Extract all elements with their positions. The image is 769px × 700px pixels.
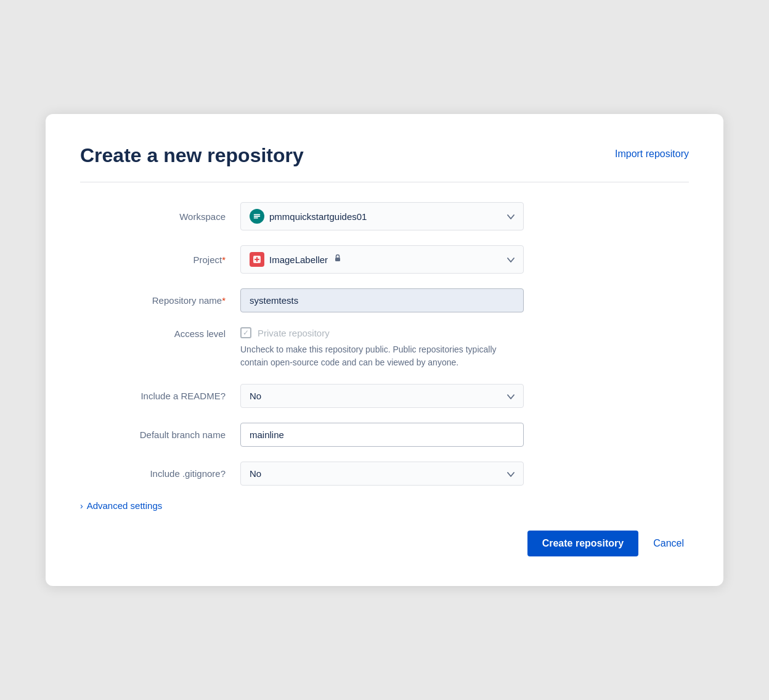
advanced-settings-section[interactable]: › Advanced settings <box>80 500 689 511</box>
workspace-select[interactable]: pmmquickstartguides01 <box>240 202 524 230</box>
advanced-settings-label: Advanced settings <box>87 500 163 511</box>
lock-icon <box>333 253 343 266</box>
create-repository-dialog: Create a new repository Import repositor… <box>46 114 723 586</box>
repo-name-required-mark: * <box>222 295 226 306</box>
svg-rect-2 <box>254 218 258 219</box>
private-repo-label: Private repository <box>258 328 330 338</box>
form-actions: Create repository Cancel <box>80 531 689 556</box>
gitignore-row: Include .gitignore? No <box>80 462 689 486</box>
project-avatar <box>250 252 264 267</box>
project-name: ImageLabeller <box>269 254 328 265</box>
project-select-inner: ImageLabeller <box>250 252 498 267</box>
access-level-label: Access level <box>80 327 240 339</box>
private-repo-row: ✓ Private repository <box>240 327 524 338</box>
project-required-mark: * <box>222 254 226 265</box>
workspace-chevron-icon <box>507 211 515 222</box>
checkmark-icon: ✓ <box>243 328 249 337</box>
workspace-value: pmmquickstartguides01 <box>269 211 498 222</box>
workspace-avatar <box>250 209 264 224</box>
branch-name-row: Default branch name <box>80 423 689 447</box>
branch-name-label: Default branch name <box>80 428 240 441</box>
gitignore-select[interactable]: No <box>240 462 524 486</box>
workspace-row: Workspace pmmquickstartguides01 <box>80 202 689 230</box>
gitignore-label: Include .gitignore? <box>80 468 240 479</box>
cancel-button[interactable]: Cancel <box>648 531 689 556</box>
readme-label: Include a README? <box>80 391 240 401</box>
readme-select[interactable]: No <box>240 384 524 408</box>
access-level-row: Access level ✓ Private repository Unchec… <box>80 327 689 369</box>
repo-name-row: Repository name* <box>80 288 689 312</box>
dialog-title: Create a new repository <box>80 144 304 167</box>
workspace-control: pmmquickstartguides01 <box>240 202 524 230</box>
project-row: Project* ImageLabeller <box>80 245 689 274</box>
create-repository-button[interactable]: Create repository <box>527 531 639 556</box>
branch-name-input[interactable] <box>240 423 524 447</box>
svg-rect-4 <box>335 258 340 261</box>
import-repository-link[interactable]: Import repository <box>615 149 689 160</box>
project-label: Project* <box>80 254 240 265</box>
readme-value: No <box>250 391 498 401</box>
repo-name-input[interactable] <box>240 288 524 312</box>
access-description: Uncheck to make this repository public. … <box>240 343 511 369</box>
access-level-control: ✓ Private repository Uncheck to make thi… <box>240 327 524 369</box>
gitignore-control: No <box>240 462 524 486</box>
dialog-header: Create a new repository Import repositor… <box>80 144 689 167</box>
project-select[interactable]: ImageLabeller <box>240 245 524 274</box>
readme-chevron-icon <box>507 391 515 402</box>
header-divider <box>80 182 689 182</box>
gitignore-chevron-icon <box>507 468 515 479</box>
project-chevron-icon <box>507 254 515 265</box>
advanced-settings-chevron-icon: › <box>80 501 83 511</box>
gitignore-value: No <box>250 468 498 479</box>
workspace-label: Workspace <box>80 211 240 222</box>
repo-name-control <box>240 288 524 312</box>
readme-row: Include a README? No <box>80 384 689 408</box>
private-repo-checkbox[interactable]: ✓ <box>240 327 251 338</box>
branch-name-control <box>240 423 524 447</box>
readme-control: No <box>240 384 524 408</box>
svg-rect-1 <box>254 216 261 217</box>
svg-rect-0 <box>254 214 261 216</box>
project-control: ImageLabeller <box>240 245 524 274</box>
repo-name-label: Repository name* <box>80 295 240 306</box>
